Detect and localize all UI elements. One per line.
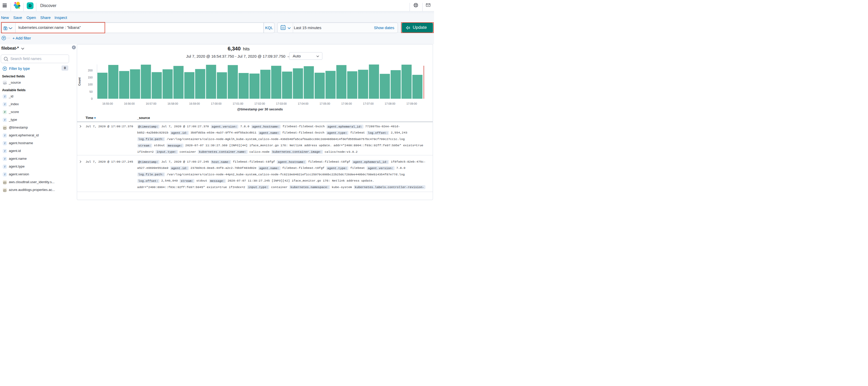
svg-text:16:56:00: 16:56:00 — [124, 102, 135, 105]
svg-text:@timestamp per 30 seconds: @timestamp per 30 seconds — [237, 107, 283, 111]
svg-text:50: 50 — [90, 90, 93, 93]
svg-text:16:55:00: 16:55:00 — [102, 102, 113, 105]
svg-text:200: 200 — [88, 69, 92, 72]
svg-text:150: 150 — [88, 76, 92, 79]
svg-text:17:09:00: 17:09:00 — [406, 102, 417, 105]
svg-text:17:07:00: 17:07:00 — [363, 102, 374, 105]
svg-text:16:57:00: 16:57:00 — [146, 102, 157, 105]
svg-text:100: 100 — [88, 83, 92, 86]
svg-text:16:59:00: 16:59:00 — [189, 102, 200, 105]
svg-text:Count: Count — [78, 78, 81, 86]
svg-text:17:01:00: 17:01:00 — [232, 102, 243, 105]
svg-text:0: 0 — [91, 97, 93, 100]
svg-text:17:08:00: 17:08:00 — [385, 102, 395, 105]
svg-text:17:02:00: 17:02:00 — [254, 102, 265, 105]
svg-text:17:03:00: 17:03:00 — [276, 102, 287, 105]
svg-text:17:00:00: 17:00:00 — [211, 102, 222, 105]
svg-text:16:58:00: 16:58:00 — [167, 102, 178, 105]
svg-text:17:05:00: 17:05:00 — [319, 102, 330, 105]
svg-text:17:04:00: 17:04:00 — [298, 102, 308, 105]
svg-text:17:06:00: 17:06:00 — [341, 102, 352, 105]
